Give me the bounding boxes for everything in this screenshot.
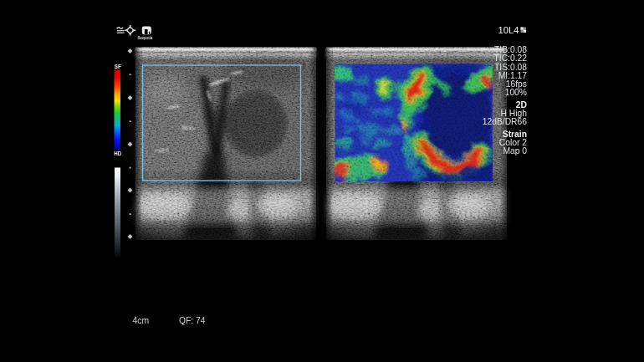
- svg-text:100%: 100%: [505, 88, 527, 97]
- svg-text:Sequoia: Sequoia: [138, 36, 153, 40]
- svg-text:QF: 74: QF: 74: [179, 316, 206, 325]
- svg-text:10L4: 10L4: [498, 25, 519, 35]
- svg-text:12dB/DR66: 12dB/DR66: [483, 117, 528, 126]
- svg-text:4cm: 4cm: [133, 316, 149, 325]
- svg-text:HD: HD: [114, 150, 122, 156]
- svg-text:SF: SF: [115, 64, 121, 69]
- svg-text:Map 0: Map 0: [503, 146, 527, 156]
